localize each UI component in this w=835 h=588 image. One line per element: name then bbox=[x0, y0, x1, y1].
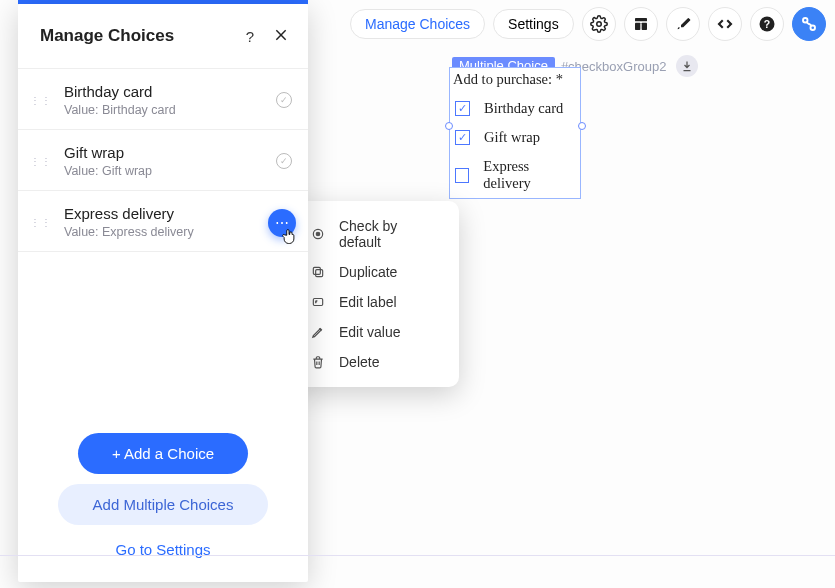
help-icon[interactable]: ? bbox=[750, 7, 784, 41]
choice-value: Value: Express delivery bbox=[64, 225, 296, 239]
manage-choices-panel: Manage Choices ? ⋮⋮ Birthday card Value:… bbox=[18, 4, 308, 582]
field-title: Add to purchase: * bbox=[450, 68, 580, 94]
panel-title: Manage Choices bbox=[40, 26, 174, 46]
svg-text:?: ? bbox=[763, 18, 769, 30]
svg-point-9 bbox=[316, 232, 320, 236]
choice-more-button[interactable]: ⋯ bbox=[268, 209, 296, 237]
preview-option[interactable]: Express delivery bbox=[450, 152, 580, 198]
svg-rect-3 bbox=[641, 23, 646, 30]
option-label: Birthday card bbox=[484, 100, 563, 117]
checkbox-group-preview[interactable]: Add to purchase: * ✓ Birthday card ✓ Gif… bbox=[449, 67, 581, 199]
svg-rect-11 bbox=[313, 267, 320, 274]
drag-handle-icon[interactable]: ⋮⋮ bbox=[30, 95, 52, 106]
edit-value-icon bbox=[310, 325, 326, 339]
svg-rect-10 bbox=[316, 270, 323, 277]
choice-label: Express delivery bbox=[64, 205, 296, 222]
drag-handle-icon[interactable]: ⋮⋮ bbox=[30, 156, 52, 167]
delete-icon bbox=[310, 355, 326, 369]
ctx-item-label: Check by default bbox=[339, 218, 443, 250]
add-multiple-choices-button[interactable]: Add Multiple Choices bbox=[58, 484, 268, 525]
checkbox-icon[interactable]: ✓ bbox=[455, 101, 470, 116]
close-icon[interactable] bbox=[274, 28, 288, 45]
choice-value: Value: Gift wrap bbox=[64, 164, 264, 178]
drag-handle-icon[interactable]: ⋮⋮ bbox=[30, 217, 52, 228]
ctx-edit-label[interactable]: Edit label bbox=[294, 287, 459, 317]
canvas-separator bbox=[0, 555, 835, 556]
resize-handle-right[interactable] bbox=[578, 122, 586, 130]
ctx-delete[interactable]: Delete bbox=[294, 347, 459, 377]
add-choice-button[interactable]: + Add a Choice bbox=[78, 433, 248, 474]
resize-handle-left[interactable] bbox=[445, 122, 453, 130]
svg-rect-2 bbox=[635, 23, 640, 30]
ctx-radio[interactable]: Check by default bbox=[294, 211, 459, 257]
option-label: Express delivery bbox=[483, 158, 575, 192]
svg-point-0 bbox=[596, 22, 601, 27]
svg-rect-1 bbox=[635, 18, 647, 21]
code-icon[interactable] bbox=[708, 7, 742, 41]
editor-toolbar: Manage Choices Settings ? bbox=[350, 7, 826, 41]
edit-label-icon bbox=[310, 295, 326, 309]
settings-tab[interactable]: Settings bbox=[493, 9, 574, 39]
preview-option[interactable]: ✓ Gift wrap bbox=[450, 123, 580, 152]
ctx-item-label: Delete bbox=[339, 354, 379, 370]
ctx-item-label: Edit value bbox=[339, 324, 400, 340]
svg-rect-12 bbox=[313, 299, 322, 306]
ctx-item-label: Duplicate bbox=[339, 264, 397, 280]
option-label: Gift wrap bbox=[484, 129, 540, 146]
checkbox-icon[interactable] bbox=[455, 168, 469, 183]
layout-icon[interactable] bbox=[624, 7, 658, 41]
choice-row[interactable]: ⋮⋮ Gift wrap Value: Gift wrap ✓ bbox=[18, 130, 308, 191]
checked-indicator-icon[interactable]: ✓ bbox=[276, 153, 292, 169]
duplicate-icon bbox=[310, 265, 326, 279]
radio-icon bbox=[310, 227, 326, 241]
choice-context-menu: Check by default Duplicate Edit label Ed… bbox=[294, 201, 459, 387]
choice-label: Birthday card bbox=[64, 83, 264, 100]
choice-value: Value: Birthday card bbox=[64, 103, 264, 117]
connect-icon[interactable] bbox=[792, 7, 826, 41]
brush-icon[interactable] bbox=[666, 7, 700, 41]
ctx-item-label: Edit label bbox=[339, 294, 397, 310]
panel-help-icon[interactable]: ? bbox=[246, 28, 254, 45]
checkbox-icon[interactable]: ✓ bbox=[455, 130, 470, 145]
checked-indicator-icon[interactable]: ✓ bbox=[276, 92, 292, 108]
choice-row[interactable]: ⋮⋮ Birthday card Value: Birthday card ✓ bbox=[18, 69, 308, 130]
manage-choices-tab[interactable]: Manage Choices bbox=[350, 9, 485, 39]
ctx-edit-value[interactable]: Edit value bbox=[294, 317, 459, 347]
ctx-duplicate[interactable]: Duplicate bbox=[294, 257, 459, 287]
preview-option[interactable]: ✓ Birthday card bbox=[450, 94, 580, 123]
choice-label: Gift wrap bbox=[64, 144, 264, 161]
gear-icon[interactable] bbox=[582, 7, 616, 41]
choice-row[interactable]: ⋮⋮ Express delivery Value: Express deliv… bbox=[18, 191, 308, 252]
download-icon[interactable] bbox=[676, 55, 698, 77]
